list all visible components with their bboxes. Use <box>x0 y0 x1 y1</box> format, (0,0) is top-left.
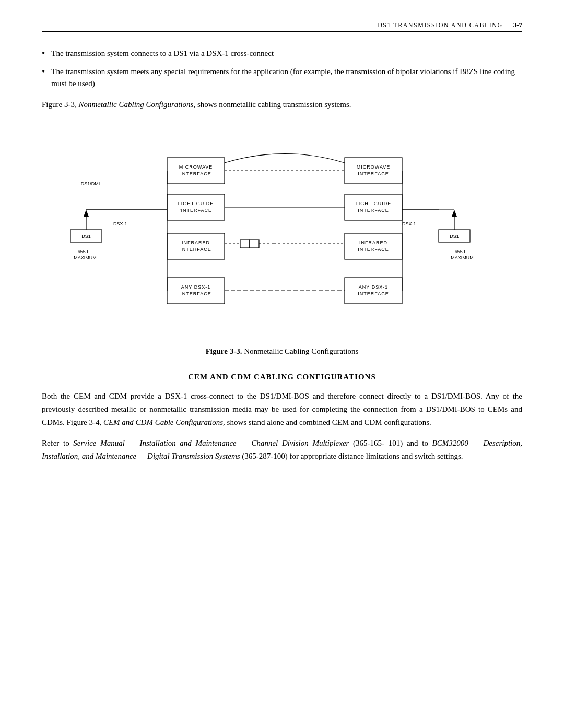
header-divider <box>42 37 522 37</box>
bullet-dot-2: • <box>42 65 45 79</box>
svg-rect-25 <box>345 194 402 220</box>
svg-marker-7 <box>84 210 89 217</box>
svg-text:INFRARED: INFRARED <box>182 240 210 245</box>
svg-marker-47 <box>452 210 457 217</box>
page-number: 3-7 <box>513 21 522 29</box>
figure-label-text: Nonmetallic Cabling Configurations <box>244 347 358 355</box>
bullet-item-1: • The transmission system connects to a … <box>42 47 522 61</box>
svg-text:DS1/DMI: DS1/DMI <box>81 181 100 186</box>
diagram-container: DS1/DMI DSX-1 DS1 655 FT MAXIMUM MICROWA… <box>42 118 522 338</box>
paragraph-1: Both the CEM and CDM provide a DSX-1 cro… <box>42 390 522 428</box>
page-header: DS1 TRANSMISSION AND CABLING 3-7 <box>42 21 522 32</box>
svg-rect-37 <box>250 240 259 248</box>
svg-text:655 FT: 655 FT <box>455 249 470 254</box>
svg-rect-36 <box>240 240 250 248</box>
bullet-text-1: The transmission system connects to a DS… <box>51 47 522 59</box>
svg-text:LIGHT-GUIDE: LIGHT-GUIDE <box>178 201 214 206</box>
svg-rect-28 <box>345 233 402 259</box>
figure-label: Figure 3-3. Nonmetallic Cabling Configur… <box>42 345 522 357</box>
svg-text:655 FT: 655 FT <box>78 249 93 254</box>
svg-text:'INTERFACE: 'INTERFACE <box>180 208 212 213</box>
svg-text:INTERFACE: INTERFACE <box>358 171 389 176</box>
svg-text:DSX-1: DSX-1 <box>402 221 416 226</box>
svg-rect-31 <box>345 278 402 304</box>
bullet-section: • The transmission system connects to a … <box>42 47 522 89</box>
svg-text:LIGHT-GUIDE: LIGHT-GUIDE <box>356 201 392 206</box>
svg-text:INTERFACE: INTERFACE <box>358 247 389 252</box>
svg-text:INTERFACE: INTERFACE <box>180 171 212 176</box>
svg-text:INTERFACE: INTERFACE <box>358 291 389 296</box>
header-title: DS1 TRANSMISSION AND CABLING <box>378 21 502 29</box>
svg-text:INTERFACE: INTERFACE <box>180 291 212 296</box>
svg-rect-9 <box>167 158 225 184</box>
svg-text:MAXIMUM: MAXIMUM <box>451 255 474 260</box>
figure-caption-pre: Figure 3-3, Nonmetallic Cabling Configur… <box>42 99 522 111</box>
svg-rect-22 <box>345 158 402 184</box>
bullet-item-2: • The transmission system meets any spec… <box>42 66 522 89</box>
svg-text:DS1: DS1 <box>450 234 459 239</box>
svg-text:DSX-1: DSX-1 <box>113 221 127 226</box>
svg-text:DS1: DS1 <box>81 234 91 239</box>
svg-text:MAXIMUM: MAXIMUM <box>74 255 97 260</box>
diagram-svg: DS1/DMI DSX-1 DS1 655 FT MAXIMUM MICROWA… <box>55 129 514 327</box>
svg-text:MICROWAVE: MICROWAVE <box>179 164 213 170</box>
figure-label-bold: Figure 3-3. <box>206 347 242 355</box>
svg-text:MICROWAVE: MICROWAVE <box>357 164 391 170</box>
svg-rect-15 <box>167 233 225 259</box>
svg-text:ANY DSX-1: ANY DSX-1 <box>181 284 210 290</box>
svg-text:INTERFACE: INTERFACE <box>180 247 212 252</box>
section-heading: CEM AND CDM CABLING CONFIGURATIONS <box>42 373 522 381</box>
bullet-text-2: The transmission system meets any specia… <box>51 66 522 89</box>
bullet-dot-1: • <box>42 46 45 61</box>
svg-text:ANY DSX-1: ANY DSX-1 <box>359 284 388 290</box>
svg-text:INTERFACE: INTERFACE <box>358 208 389 213</box>
paragraph-2: Refer to Service Manual — Installation a… <box>42 437 522 463</box>
svg-rect-18 <box>167 278 225 304</box>
svg-rect-12 <box>167 194 225 220</box>
svg-text:INFRARED: INFRARED <box>359 240 387 245</box>
